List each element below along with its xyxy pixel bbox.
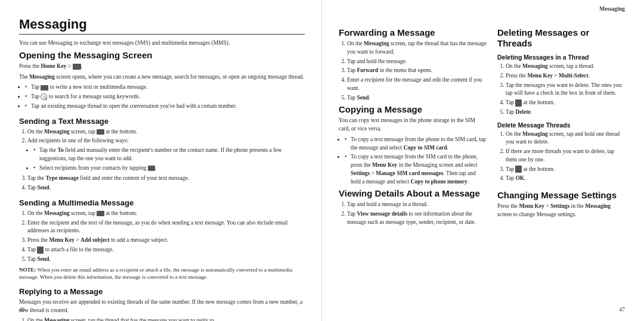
- left-page: Messaging You can use Messaging to excha…: [0, 0, 322, 321]
- section-forward-heading: Forwarding a Message: [339, 27, 487, 38]
- bullet-item: Tap 🔍 to search for a message using keyw…: [25, 93, 305, 101]
- intro-text: You can use Messaging to exchange text m…: [19, 39, 305, 48]
- step-item: On the Messaging screen, tap the thread …: [347, 40, 487, 57]
- section-opening-body: The Messaging screen opens, where you ca…: [19, 73, 305, 82]
- section-delete-heading: Deleting Messages orThreads: [497, 27, 625, 49]
- step-item: Tap OK.: [506, 174, 625, 183]
- page-number-left: 46: [19, 307, 25, 313]
- section-settings-heading: Changing Message Settings: [497, 190, 625, 200]
- step-item: Tap View message details to see informat…: [347, 210, 487, 227]
- section-reply-body: Messages you receive are appended to exi…: [19, 298, 305, 315]
- section-text-msg-heading: Sending a Text Message: [19, 117, 305, 126]
- section-delete-msg-steps: On the Messaging screen, tap and hold on…: [497, 130, 625, 183]
- bullet-item: Select recipients from your contacts by …: [33, 164, 305, 173]
- sub-heading-delete-thread: Deleting Messages in a Thread: [497, 54, 625, 61]
- section-multimedia-heading: Sending a Multimedia Message: [19, 198, 305, 207]
- step-item: On the Messaging screen, tap a thread.: [506, 63, 625, 71]
- section-copy-heading: Copying a Message: [339, 104, 487, 114]
- step-item: Tap Send.: [347, 94, 487, 102]
- section-settings-body: Press the Menu Key > Settings in the Mes…: [497, 202, 625, 219]
- section-text-msg-steps: On the Messaging screen, tap at the bott…: [19, 128, 305, 192]
- right-col-left: Forwarding a Message On the Messaging sc…: [339, 17, 487, 229]
- step-item: On the Messaging screen, tap and hold on…: [506, 130, 625, 147]
- section-delete-thread-steps: On the Messaging screen, tap a thread. P…: [497, 63, 625, 117]
- bullet-item: Tap the To field and manually enter the …: [33, 147, 305, 163]
- right-col-right: Deleting Messages orThreads Deleting Mes…: [497, 17, 625, 229]
- step-item: Enter a recipient for the message and ed…: [347, 76, 487, 93]
- section-view-heading: Viewing Details About a Message: [339, 188, 487, 198]
- step-item: On the Messaging screen, tap at the bott…: [27, 128, 305, 136]
- step-item: Tap Send.: [27, 184, 305, 192]
- bullet-item: Tap to write a new text or multimedia me…: [25, 83, 305, 92]
- bullet-item: Tap an existing message thread to open t…: [25, 102, 305, 111]
- step-item: Tap Delete.: [506, 108, 625, 117]
- step-item: Tap Send.: [27, 255, 305, 264]
- step-item: Tap at the bottom.: [506, 166, 625, 174]
- step-item: Tap to attach a file to the message.: [27, 246, 305, 254]
- step-item: Tap and hold a message in a thread.: [347, 201, 487, 209]
- step-item: Enter the recipient and the text of the …: [27, 219, 305, 236]
- step-item: If there are more threads you want to de…: [506, 148, 625, 164]
- step-item: On the Messaging screen, tap at the bott…: [27, 210, 305, 218]
- step-item: Add recipients in one of the following w…: [27, 137, 305, 172]
- main-title: Messaging: [19, 17, 305, 35]
- sub-heading-delete-msg-threads: Delete Message Threads: [497, 121, 625, 129]
- section-multimedia-steps: On the Messaging screen, tap at the bott…: [19, 210, 305, 264]
- page-number-right: 47: [620, 307, 626, 313]
- section-opening-bullets: Tap to write a new text or multimedia me…: [19, 83, 305, 110]
- right-page: Messaging Forwarding a Message On the Me…: [322, 0, 644, 321]
- step-item: Tap at the bottom.: [506, 99, 625, 107]
- step-item: Press the Menu Key > Multi-Select.: [506, 72, 625, 80]
- section-copy-body: You can copy text messages in the phone …: [339, 117, 487, 133]
- step-item: Tap and hold the message.: [347, 58, 487, 66]
- section-reply-steps: On the Messaging screen, tap the thread …: [19, 317, 305, 321]
- bullet-item: To copy a text message from the SIM card…: [345, 153, 487, 186]
- step-item: Tap the messages you want to delete. The…: [506, 82, 625, 98]
- step-item: On the Messaging screen, tap the thread …: [27, 317, 305, 321]
- section-reply-heading: Replying to a Message: [19, 287, 305, 296]
- page-header: Messaging: [599, 6, 625, 12]
- section-view-steps: Tap and hold a message in a thread. Tap …: [339, 201, 487, 226]
- bullet-item: To copy a text message from the phone to…: [345, 136, 487, 152]
- step-item: Press the Menu Key > Add subject to add …: [27, 236, 305, 245]
- section-opening-heading: Opening the Messaging Screen: [19, 50, 305, 60]
- multimedia-note: NOTE: When you enter an email address as…: [19, 266, 305, 281]
- sub-bullets: Tap the To field and manually enter the …: [27, 147, 305, 172]
- section-forward-steps: On the Messaging screen, tap the thread …: [339, 40, 487, 102]
- section-opening-step1: Press the Home Key > .: [19, 63, 305, 71]
- section-copy-bullets: To copy a text message from the phone to…: [339, 136, 487, 186]
- step-item: Tap Forward in the menu that opens.: [347, 67, 487, 75]
- step-item: Tap the Type message field and enter the…: [27, 174, 305, 183]
